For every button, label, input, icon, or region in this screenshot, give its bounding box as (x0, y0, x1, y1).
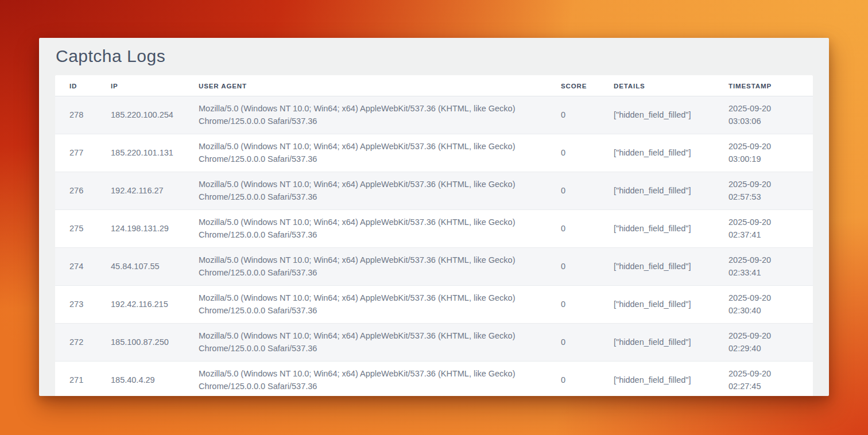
cell-user-agent: Mozilla/5.0 (Windows NT 10.0; Win64; x64… (199, 286, 561, 324)
cell-timestamp: 2025-09-20 02:57:53 (728, 172, 813, 210)
cell-ip: 45.84.107.55 (111, 248, 199, 286)
cell-details: ["hidden_field_filled"] (614, 210, 728, 248)
captcha-logs-card: Captcha Logs ID IP USER AGENT SCORE DETA… (39, 38, 829, 396)
column-header-details: DETAILS (614, 75, 728, 96)
logs-table-container: ID IP USER AGENT SCORE DETAILS TIMESTAMP… (55, 75, 813, 396)
cell-id: 274 (55, 248, 111, 286)
cell-user-agent: Mozilla/5.0 (Windows NT 10.0; Win64; x64… (199, 210, 561, 248)
cell-timestamp: 2025-09-20 02:30:40 (728, 286, 813, 324)
cell-id: 277 (55, 134, 111, 172)
cell-ip: 185.220.100.254 (111, 96, 199, 134)
table-row: 274 45.84.107.55 Mozilla/5.0 (Windows NT… (55, 248, 813, 286)
column-header-ip: IP (111, 75, 199, 96)
column-header-timestamp: TIMESTAMP (728, 75, 813, 96)
cell-details: ["hidden_field_filled"] (614, 286, 728, 324)
cell-details: ["hidden_field_filled"] (614, 324, 728, 362)
cell-timestamp: 2025-09-20 03:00:19 (728, 134, 813, 172)
cell-timestamp: 2025-09-20 03:03:06 (728, 96, 813, 134)
cell-ip: 185.100.87.250 (111, 324, 199, 362)
cell-id: 272 (55, 324, 111, 362)
cell-score: 0 (561, 324, 614, 362)
cell-score: 0 (561, 96, 614, 134)
table-row: 271 185.40.4.29 Mozilla/5.0 (Windows NT … (55, 362, 813, 397)
cell-user-agent: Mozilla/5.0 (Windows NT 10.0; Win64; x64… (199, 248, 561, 286)
cell-timestamp: 2025-09-20 02:27:45 (728, 362, 813, 397)
table-row: 275 124.198.131.29 Mozilla/5.0 (Windows … (55, 210, 813, 248)
cell-score: 0 (561, 286, 614, 324)
cell-id: 271 (55, 362, 111, 397)
table-header-row: ID IP USER AGENT SCORE DETAILS TIMESTAMP (55, 75, 813, 96)
cell-details: ["hidden_field_filled"] (614, 96, 728, 134)
cell-details: ["hidden_field_filled"] (614, 362, 728, 397)
table-row: 273 192.42.116.215 Mozilla/5.0 (Windows … (55, 286, 813, 324)
cell-ip: 192.42.116.27 (111, 172, 199, 210)
cell-score: 0 (561, 362, 614, 397)
cell-timestamp: 2025-09-20 02:37:41 (728, 210, 813, 248)
cell-score: 0 (561, 210, 614, 248)
column-header-score: SCORE (561, 75, 614, 96)
table-row: 276 192.42.116.27 Mozilla/5.0 (Windows N… (55, 172, 813, 210)
cell-timestamp: 2025-09-20 02:33:41 (728, 248, 813, 286)
cell-ip: 192.42.116.215 (111, 286, 199, 324)
cell-score: 0 (561, 172, 614, 210)
table-body: 278 185.220.100.254 Mozilla/5.0 (Windows… (55, 96, 813, 397)
table-row: 278 185.220.100.254 Mozilla/5.0 (Windows… (55, 96, 813, 134)
table-row: 277 185.220.101.131 Mozilla/5.0 (Windows… (55, 134, 813, 172)
cell-user-agent: Mozilla/5.0 (Windows NT 10.0; Win64; x64… (199, 324, 561, 362)
cell-user-agent: Mozilla/5.0 (Windows NT 10.0; Win64; x64… (199, 134, 561, 172)
page-title: Captcha Logs (55, 38, 813, 75)
cell-user-agent: Mozilla/5.0 (Windows NT 10.0; Win64; x64… (199, 96, 561, 134)
logs-table: ID IP USER AGENT SCORE DETAILS TIMESTAMP… (55, 75, 813, 396)
cell-score: 0 (561, 248, 614, 286)
cell-timestamp: 2025-09-20 02:29:40 (728, 324, 813, 362)
cell-id: 278 (55, 96, 111, 134)
cell-details: ["hidden_field_filled"] (614, 248, 728, 286)
cell-user-agent: Mozilla/5.0 (Windows NT 10.0; Win64; x64… (199, 172, 561, 210)
cell-details: ["hidden_field_filled"] (614, 134, 728, 172)
column-header-user-agent: USER AGENT (199, 75, 561, 96)
page-background: Captcha Logs ID IP USER AGENT SCORE DETA… (0, 0, 868, 435)
cell-id: 273 (55, 286, 111, 324)
column-header-id: ID (55, 75, 111, 96)
cell-id: 275 (55, 210, 111, 248)
cell-id: 276 (55, 172, 111, 210)
cell-details: ["hidden_field_filled"] (614, 172, 728, 210)
cell-score: 0 (561, 134, 614, 172)
cell-user-agent: Mozilla/5.0 (Windows NT 10.0; Win64; x64… (199, 362, 561, 397)
cell-ip: 185.220.101.131 (111, 134, 199, 172)
table-row: 272 185.100.87.250 Mozilla/5.0 (Windows … (55, 324, 813, 362)
cell-ip: 185.40.4.29 (111, 362, 199, 397)
cell-ip: 124.198.131.29 (111, 210, 199, 248)
